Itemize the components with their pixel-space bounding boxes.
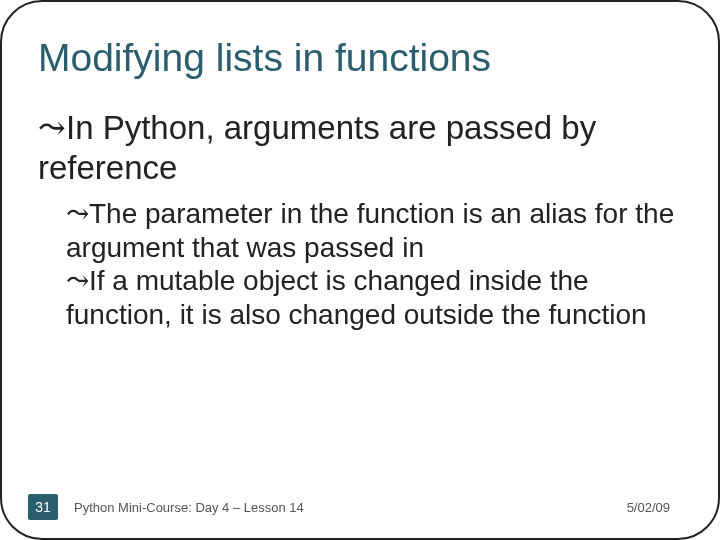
slide-frame: Modifying lists in functions ⤳In Python,… — [0, 0, 720, 540]
bullet-icon: ⤳ — [66, 265, 89, 296]
bullet-level1: ⤳In Python, arguments are passed by refe… — [38, 108, 682, 187]
bullet-level2-1: ⤳The parameter in the function is an ali… — [66, 197, 682, 264]
bullet-text-1: In Python, arguments are passed by refer… — [38, 109, 596, 186]
bullet-icon: ⤳ — [38, 109, 66, 146]
bullet-level2-2: ⤳If a mutable object is changed inside t… — [66, 264, 682, 331]
footer-course: Python Mini-Course: Day 4 – Lesson 14 — [74, 500, 627, 515]
bullet-icon: ⤳ — [66, 198, 89, 229]
page-number: 31 — [35, 499, 51, 515]
bullet-text-2: The parameter in the function is an alia… — [66, 198, 674, 263]
footer-date: 5/02/09 — [627, 500, 670, 515]
page-number-badge: 31 — [28, 494, 58, 520]
footer: 31 Python Mini-Course: Day 4 – Lesson 14… — [2, 494, 718, 520]
slide-title: Modifying lists in functions — [38, 36, 682, 80]
bullet-text-3: If a mutable object is changed inside th… — [66, 265, 647, 330]
